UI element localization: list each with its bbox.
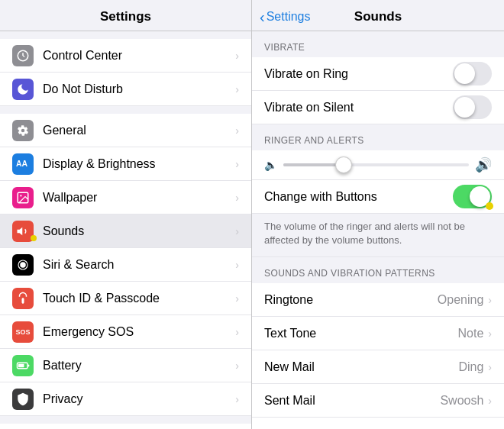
sidebar-item-wallpaper[interactable]: Wallpaper › — [0, 181, 251, 214]
chevron-icon: › — [235, 259, 239, 271]
chevron-icon: › — [235, 50, 239, 62]
privacy-label: Privacy — [43, 392, 232, 406]
text-tone-label: Text Tone — [264, 327, 458, 340]
general-label: General — [43, 124, 232, 137]
vibrate-on-ring-row: Vibrate on Ring — [252, 57, 504, 91]
vibrate-section: Vibrate on Ring Vibrate on Silent — [252, 57, 504, 124]
sidebar-item-siri[interactable]: Siri & Search › — [0, 248, 251, 282]
slider-thumb[interactable] — [335, 156, 352, 173]
svg-line-2 — [23, 56, 24, 57]
patterns-section-header: SOUNDS AND VIBRATION PATTERNS — [252, 257, 504, 283]
svg-rect-10 — [18, 363, 24, 367]
ringtone-value: Opening — [438, 293, 484, 307]
ringtone-item[interactable]: Ringtone Opening › — [252, 283, 504, 317]
vibrate-section-header: VIBRATE — [252, 31, 504, 57]
yellow-indicator — [486, 202, 493, 210]
sidebar-item-emergency-sos[interactable]: SOS Emergency SOS › — [0, 315, 251, 349]
new-mail-label: New Mail — [264, 360, 458, 374]
change-with-buttons-row: Change with Buttons — [252, 180, 504, 214]
control-center-icon — [12, 45, 34, 66]
volume-slider-row: 🔈 🔊 — [252, 150, 504, 180]
sos-icon: SOS — [12, 321, 34, 343]
sent-mail-value: Swoosh — [440, 394, 483, 408]
control-center-label: Control Center — [43, 49, 232, 63]
chevron-icon: › — [235, 292, 239, 305]
touch-id-icon — [12, 288, 34, 309]
change-with-buttons-label: Change with Buttons — [264, 190, 453, 204]
battery-label: Battery — [43, 359, 232, 373]
sidebar-item-control-center[interactable]: Control Center › — [0, 39, 251, 73]
wallpaper-icon — [12, 187, 34, 208]
sidebar-item-general[interactable]: General › — [0, 114, 251, 147]
new-mail-item[interactable]: New Mail Ding › — [252, 350, 504, 384]
vibrate-on-silent-row: Vibrate on Silent — [252, 91, 504, 124]
chevron-icon: › — [235, 83, 239, 95]
ringer-section-header: RINGER AND ALERTS — [252, 124, 504, 150]
sidebar-item-do-not-disturb[interactable]: Do Not Disturb › — [0, 73, 251, 106]
sidebar-item-itunes[interactable]: iTunes & App Store › — [0, 424, 251, 429]
sound-patterns-list: Ringtone Opening › Text Tone Note › New … — [252, 283, 504, 429]
ringer-info-text: The volume of the ringer and alerts will… — [252, 214, 504, 257]
calendar-alerts-item[interactable]: Calendar Alerts Chord › — [252, 418, 504, 429]
new-mail-value: Ding — [458, 360, 483, 374]
siri-label: Siri & Search — [43, 258, 232, 272]
left-panel: Settings Control Center › Do Not Disturb… — [0, 0, 252, 429]
vibrate-on-silent-toggle[interactable] — [453, 95, 492, 119]
svg-point-7 — [20, 262, 26, 268]
touch-id-label: Touch ID & Passcode — [43, 292, 232, 305]
change-with-buttons-toggle[interactable] — [453, 185, 492, 208]
volume-low-icon: 🔈 — [264, 159, 277, 171]
slider-fill — [283, 163, 339, 166]
vibrate-on-ring-toggle[interactable] — [453, 62, 492, 85]
chevron-icon: › — [488, 361, 492, 373]
sidebar-item-display[interactable]: AA Display & Brightness › — [0, 147, 251, 181]
chevron-icon: › — [235, 158, 239, 170]
chevron-icon: › — [488, 327, 492, 340]
ringtone-label: Ringtone — [264, 293, 438, 307]
chevron-icon: › — [235, 225, 239, 237]
emergency-sos-label: Emergency SOS — [43, 325, 232, 339]
sidebar-item-battery[interactable]: Battery › — [0, 349, 251, 382]
settings-list-3: iTunes & App Store › — [0, 424, 251, 429]
chevron-icon: › — [235, 393, 239, 405]
chevron-icon: › — [488, 294, 492, 306]
privacy-icon — [12, 389, 34, 410]
chevron-icon: › — [235, 360, 239, 372]
moon-icon — [12, 79, 34, 100]
chevron-icon: › — [235, 192, 239, 204]
text-tone-value: Note — [458, 327, 484, 340]
toggle-thumb — [454, 63, 475, 84]
wallpaper-label: Wallpaper — [43, 191, 232, 205]
sounds-label: Sounds — [43, 224, 232, 238]
chevron-icon: › — [235, 124, 239, 137]
volume-high-icon: 🔊 — [475, 156, 492, 173]
vibrate-on-ring-label: Vibrate on Ring — [264, 67, 453, 81]
volume-slider-track[interactable] — [283, 163, 469, 166]
text-tone-item[interactable]: Text Tone Note › — [252, 317, 504, 350]
back-chevron-icon: ‹ — [260, 8, 265, 26]
left-header: Settings — [0, 0, 251, 31]
sidebar-item-privacy[interactable]: Privacy › — [0, 382, 251, 416]
settings-list-2: General › AA Display & Brightness › Wall… — [0, 114, 251, 416]
back-button[interactable]: ‹ Settings — [260, 8, 310, 26]
svg-point-5 — [20, 195, 21, 196]
svg-text:AA: AA — [16, 159, 28, 168]
right-title: Sounds — [354, 9, 402, 24]
do-not-disturb-label: Do Not Disturb — [43, 82, 232, 96]
right-content: VIBRATE Vibrate on Ring Vibrate on Silen… — [252, 31, 504, 429]
toggle-thumb — [454, 97, 475, 118]
sidebar-item-sounds[interactable]: Sounds › — [0, 214, 251, 248]
sent-mail-item[interactable]: Sent Mail Swoosh › — [252, 384, 504, 418]
gear-icon — [12, 120, 34, 141]
sent-mail-label: Sent Mail — [264, 394, 440, 408]
chevron-icon: › — [235, 326, 239, 338]
settings-list: Control Center › Do Not Disturb › — [0, 39, 251, 106]
svg-marker-6 — [18, 227, 23, 235]
sounds-indicator — [31, 235, 37, 241]
right-header: ‹ Settings Sounds — [252, 0, 504, 31]
display-icon: AA — [12, 153, 34, 175]
sidebar-item-touch-id[interactable]: Touch ID & Passcode › — [0, 282, 251, 315]
battery-icon — [12, 355, 34, 376]
chevron-icon: › — [488, 395, 492, 407]
display-label: Display & Brightness — [43, 157, 232, 171]
